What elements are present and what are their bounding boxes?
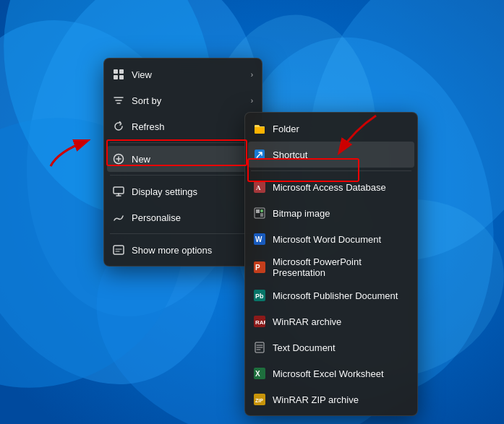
red-arrow-new [36, 116, 108, 173]
menu-item-display-settings[interactable]: Display settings [104, 178, 262, 204]
text-label: Text Document [273, 342, 409, 353]
svg-text:W: W [255, 235, 262, 243]
menu-item-powerpoint[interactable]: P Microsoft PowerPoint Presentation [245, 252, 417, 282]
bitmap-icon [254, 207, 265, 219]
powerpoint-label: Microsoft PowerPoint Presentation [273, 256, 409, 278]
winrar-zip-icon: ZIP [254, 394, 265, 405]
menu-item-show-more-options[interactable]: Show more options [104, 237, 262, 263]
view-icon [113, 69, 124, 80]
refresh-icon [113, 121, 124, 132]
svg-rect-15 [114, 187, 124, 194]
menu-item-text[interactable]: Text Document [245, 334, 417, 360]
personalise-icon [113, 212, 124, 223]
shortcut-icon [254, 149, 265, 160]
menu-item-sort-by[interactable]: Sort by › [104, 87, 262, 113]
menu-item-new[interactable]: New › [107, 146, 259, 172]
powerpoint-icon: P [254, 261, 265, 273]
publisher-icon: Pb [254, 290, 265, 301]
menu-item-access[interactable]: A Microsoft Access Database [245, 174, 417, 200]
view-arrow: › [251, 71, 253, 79]
svg-rect-13 [119, 75, 124, 79]
display-settings-icon [113, 186, 124, 197]
svg-text:RAR: RAR [255, 319, 265, 326]
menu-item-excel[interactable]: X Microsoft Excel Worksheet [245, 360, 417, 386]
show-more-options-label: Show more options [132, 245, 253, 256]
svg-rect-21 [256, 209, 260, 213]
red-arrow-shortcut [311, 101, 398, 173]
divider-3 [110, 233, 256, 234]
menu-item-personalise[interactable]: Personalise [104, 204, 262, 230]
folder-icon [254, 123, 265, 134]
winrar-zip-label: WinRAR ZIP archive [273, 394, 409, 405]
access-label: Microsoft Access Database [273, 182, 409, 193]
svg-text:Pb: Pb [255, 293, 264, 300]
sort-icon [113, 95, 124, 106]
menu-item-view[interactable]: View › [104, 61, 262, 87]
svg-rect-16 [114, 246, 124, 254]
svg-text:ZIP: ZIP [255, 398, 263, 403]
svg-text:A: A [256, 184, 261, 191]
publisher-label: Microsoft Publisher Document [273, 290, 409, 301]
excel-icon: X [254, 368, 265, 379]
access-icon: A [254, 181, 265, 193]
svg-rect-11 [119, 69, 124, 74]
svg-rect-10 [114, 69, 118, 74]
excel-label: Microsoft Excel Worksheet [273, 368, 409, 379]
divider-1 [110, 142, 256, 143]
text-icon [254, 342, 265, 353]
view-label: View [132, 69, 244, 80]
svg-text:P: P [255, 264, 260, 272]
main-context-menu: View › Sort by › Refresh New › [103, 58, 262, 267]
sort-arrow: › [251, 97, 253, 105]
word-label: Microsoft Word Document [273, 234, 409, 245]
display-settings-label: Display settings [132, 186, 253, 197]
sort-by-label: Sort by [132, 95, 244, 106]
menu-item-refresh[interactable]: Refresh [104, 113, 262, 139]
new-icon [113, 153, 124, 165]
personalise-label: Personalise [132, 212, 253, 223]
word-icon: W [254, 233, 265, 245]
show-more-icon [113, 244, 124, 256]
new-label: New [132, 154, 244, 165]
svg-text:X: X [255, 370, 260, 378]
svg-point-23 [260, 209, 263, 212]
svg-rect-12 [114, 75, 118, 79]
menu-item-winrar[interactable]: RAR WinRAR archive [245, 308, 417, 334]
refresh-label: Refresh [132, 121, 253, 132]
bitmap-label: Bitmap image [273, 208, 409, 219]
menu-item-bitmap[interactable]: Bitmap image [245, 200, 417, 226]
winrar-icon: RAR [254, 316, 265, 327]
menu-item-winrar-zip[interactable]: ZIP WinRAR ZIP archive [245, 386, 417, 412]
winrar-label: WinRAR archive [273, 316, 409, 327]
menu-item-word[interactable]: W Microsoft Word Document [245, 226, 417, 252]
svg-rect-22 [260, 213, 263, 217]
menu-item-publisher[interactable]: Pb Microsoft Publisher Document [245, 282, 417, 308]
divider-2 [110, 175, 256, 176]
